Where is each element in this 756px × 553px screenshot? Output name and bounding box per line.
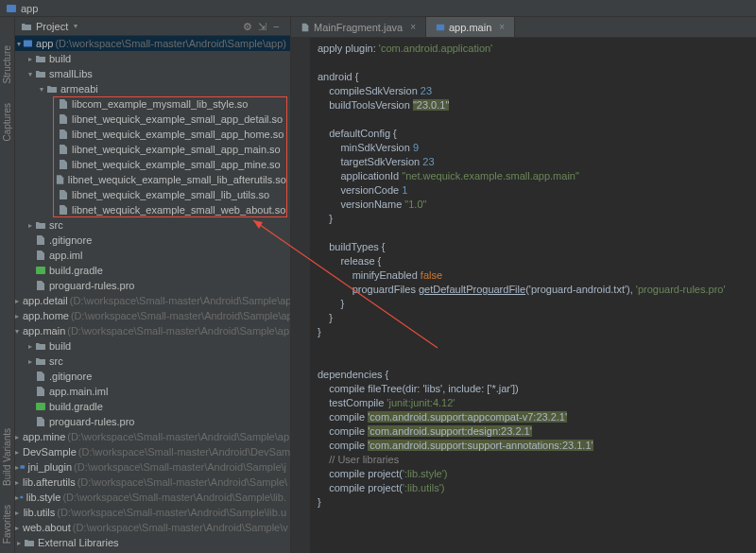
tree-label: app.mine <box>23 431 65 442</box>
expand-arrow[interactable]: ▸ <box>26 357 34 366</box>
tw-build-variants[interactable]: Build Variants <box>2 428 12 486</box>
close-icon[interactable]: × <box>410 22 416 32</box>
so-file[interactable]: libnet_wequick_example_small_app_detail.… <box>15 112 290 127</box>
file-gitignore[interactable]: .gitignore <box>15 369 290 384</box>
expand-arrow[interactable]: ▾ <box>15 40 22 48</box>
code-editor[interactable]: apply plugin: 'com.android.application' … <box>310 38 733 553</box>
module-libstyle[interactable]: ▸lib.style (D:\workspace\Small-master\An… <box>15 490 290 505</box>
editor-tabs: MainFragment.java×app.main× <box>291 17 756 38</box>
so-file[interactable]: libnet_wequick_example_small_lib_afterut… <box>15 172 290 187</box>
breadcrumb-item[interactable]: app <box>21 3 38 14</box>
module-devsample[interactable]: ▸DevSample (D:\workspace\Small-master\An… <box>15 444 290 459</box>
file-iml[interactable]: app.main.iml <box>15 384 290 399</box>
folder-icon <box>35 53 46 64</box>
module-app[interactable]: ▾app (D:\workspace\Small-master\Android\… <box>15 36 290 51</box>
folder-src[interactable]: ▸src <box>15 354 290 369</box>
tree-path: (D:\workspace\Small-master\Android\Sampl… <box>74 461 286 473</box>
file-buildgradle[interactable]: build.gradle <box>15 399 290 414</box>
module-libutils[interactable]: ▸lib.utils (D:\workspace\Small-master\An… <box>15 505 290 520</box>
gear-icon[interactable]: ⚙ <box>243 21 254 32</box>
folder-smalllibs[interactable]: ▾smallLibs <box>15 66 290 81</box>
tw-structure[interactable]: Structure <box>2 45 12 84</box>
file-icon <box>35 280 46 291</box>
expand-arrow[interactable]: ▸ <box>15 448 19 457</box>
so-file[interactable]: libnet_wequick_example_small_lib_utils.s… <box>15 187 290 202</box>
tree-label: libnet_wequick_example_small_web_about.s… <box>72 204 285 216</box>
module-icon <box>20 492 24 503</box>
panel-title: Project <box>36 21 68 32</box>
tree-label: proguard-rules.pro <box>49 280 135 291</box>
tree-label: src <box>49 355 63 367</box>
folder-armeabi[interactable]: ▾armeabi <box>15 81 290 96</box>
expand-arrow[interactable]: ▸ <box>26 221 34 230</box>
java-icon <box>301 23 310 32</box>
so-file[interactable]: libnet_wequick_example_small_app_main.so <box>15 142 290 157</box>
folder-src[interactable]: ▸src <box>15 217 290 233</box>
file-iml[interactable]: app.iml <box>15 248 290 263</box>
tw-favorites[interactable]: Favorites <box>2 505 12 544</box>
tree-path: (D:\workspace\Small-master\Android\Sampl… <box>70 295 290 306</box>
expand-arrow[interactable]: ▸ <box>15 539 23 547</box>
gradle-icon <box>436 23 445 32</box>
collapse-icon[interactable]: ⇲ <box>258 21 269 32</box>
tree-label: libcom_example_mysmall_lib_style.so <box>72 98 248 110</box>
file-buildgradle[interactable]: build.gradle <box>15 263 290 278</box>
so-file[interactable]: libnet_wequick_example_small_app_home.so <box>15 127 290 142</box>
expand-arrow[interactable]: ▾ <box>26 70 34 78</box>
expand-arrow[interactable]: ▸ <box>15 312 19 320</box>
editor-tab[interactable]: app.main× <box>426 17 515 37</box>
expand-arrow[interactable]: ▾ <box>38 85 45 94</box>
module-appmain[interactable]: ▾app.main (D:\workspace\Small-master\And… <box>15 323 290 338</box>
file-icon <box>58 113 69 125</box>
expand-arrow[interactable]: ▸ <box>26 342 34 351</box>
file-icon <box>58 144 69 155</box>
tree-label: jni_plugin <box>28 461 72 473</box>
tree-label: armeabi <box>60 83 98 95</box>
hide-icon[interactable]: − <box>273 21 284 32</box>
expand-arrow[interactable]: ▸ <box>15 478 19 487</box>
file-proguard[interactable]: proguard-rules.pro <box>15 414 290 429</box>
module-jniplugin[interactable]: ▸jni_plugin (D:\workspace\Small-master\A… <box>15 459 290 475</box>
folder-icon <box>35 68 46 79</box>
module-libafter[interactable]: ▸lib.afterutils (D:\workspace\Small-mast… <box>15 475 290 490</box>
tree-label: web.about <box>23 522 71 533</box>
close-icon[interactable]: × <box>499 22 505 32</box>
expand-arrow[interactable]: ▸ <box>15 463 19 472</box>
file-icon <box>35 250 46 261</box>
so-file[interactable]: libcom_example_mysmall_lib_style.so <box>15 96 290 112</box>
tree-label: src <box>49 219 63 231</box>
tree-label: app.main.iml <box>49 386 108 397</box>
tree-path: (D:\workspace\Small-master\Android\Sampl… <box>57 507 286 518</box>
expand-arrow[interactable]: ▸ <box>15 524 19 532</box>
expand-arrow[interactable]: ▸ <box>15 433 19 441</box>
tree-label: libnet_wequick_example_small_app_main.so <box>72 144 281 155</box>
expand-arrow[interactable]: ▸ <box>26 55 34 63</box>
folder-build[interactable]: ▸build <box>15 51 290 66</box>
file-icon <box>58 159 69 170</box>
tree-label: proguard-rules.pro <box>49 416 135 427</box>
tw-captures[interactable]: Captures <box>2 103 12 142</box>
so-file[interactable]: libnet_wequick_example_small_app_mine.so <box>15 157 290 172</box>
module-appdetail[interactable]: ▸app.detail (D:\workspace\Small-master\A… <box>15 293 290 308</box>
module-appmine[interactable]: ▸app.mine (D:\workspace\Small-master\And… <box>15 429 290 444</box>
module-icon <box>23 38 33 49</box>
tree-path: (D:\workspace\Small-master\Android\Sampl… <box>62 492 286 503</box>
external-libraries[interactable]: ▸External Libraries <box>15 535 290 550</box>
file-proguard[interactable]: proguard-rules.pro <box>15 278 290 293</box>
left-tool-gutter: Structure Captures Build Variants Favori… <box>0 17 15 553</box>
breadcrumb: app <box>0 0 756 17</box>
expand-arrow[interactable]: ▸ <box>15 297 19 305</box>
expand-arrow[interactable]: ▸ <box>15 493 19 502</box>
file-gitignore[interactable]: .gitignore <box>15 233 290 248</box>
tree-label: lib.afterutils <box>23 476 76 488</box>
code-gutter <box>291 38 310 553</box>
expand-arrow[interactable]: ▸ <box>15 509 19 517</box>
folder-build[interactable]: ▸build <box>15 338 290 354</box>
expand-arrow[interactable]: ▾ <box>15 327 19 336</box>
tree-label: .gitignore <box>49 371 92 382</box>
editor-tab[interactable]: MainFragment.java× <box>291 17 426 37</box>
tree-label: build <box>49 53 71 64</box>
module-apphome[interactable]: ▸app.home (D:\workspace\Small-master\And… <box>15 308 290 323</box>
so-file[interactable]: libnet_wequick_example_small_web_about.s… <box>15 202 290 217</box>
module-webabout[interactable]: ▸web.about (D:\workspace\Small-master\An… <box>15 520 290 535</box>
